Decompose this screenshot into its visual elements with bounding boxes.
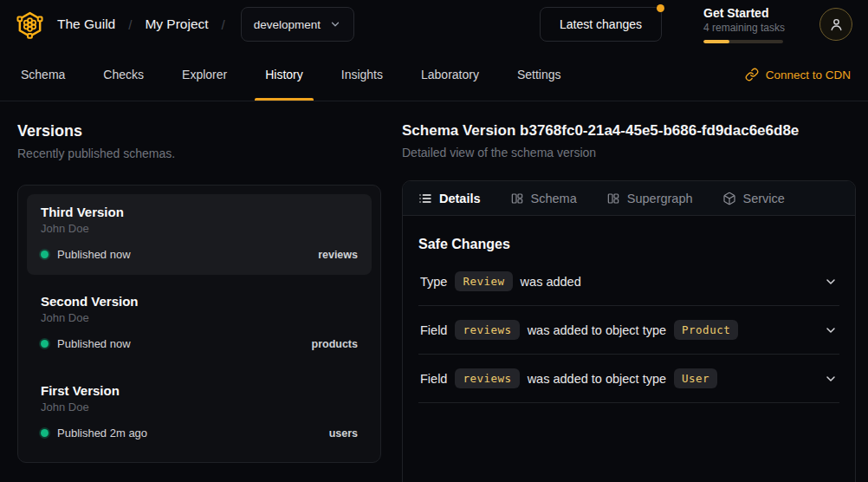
version-name: First Version bbox=[41, 383, 358, 398]
guild-logo-icon[interactable] bbox=[16, 10, 44, 39]
change-code-badge: reviews bbox=[455, 320, 519, 340]
target-selector-value: development bbox=[254, 18, 321, 31]
expand-chevron-icon[interactable] bbox=[824, 275, 838, 289]
tab-schema[interactable]: Schema bbox=[17, 49, 68, 101]
version-service: reviews bbox=[318, 249, 358, 261]
user-avatar-button[interactable] bbox=[819, 8, 852, 41]
change-prefix: Type bbox=[420, 275, 447, 289]
version-meta: Published 2m ago users bbox=[41, 427, 358, 440]
tab-explorer[interactable]: Explorer bbox=[178, 49, 230, 101]
version-name: Second Version bbox=[41, 294, 358, 309]
detail-tab-label: Schema bbox=[531, 192, 577, 205]
detail-tab-supergraph[interactable]: Supergraph bbox=[606, 192, 693, 205]
change-code-badge: Review bbox=[455, 271, 512, 291]
target-selector-dropdown[interactable]: development bbox=[241, 7, 354, 42]
version-name: Third Version bbox=[41, 205, 358, 219]
version-meta: Published now products bbox=[41, 337, 358, 350]
connect-to-cdn-label: Connect to CDN bbox=[766, 68, 851, 81]
get-started-progressbar bbox=[703, 40, 783, 43]
detail-tabs: Details Schema Supergraph bbox=[403, 181, 855, 216]
change-row[interactable]: Type Review was added bbox=[418, 257, 839, 306]
main-content: Versions Recently published schemas. Thi… bbox=[0, 101, 868, 482]
breadcrumb-project[interactable]: My Project bbox=[145, 16, 208, 32]
version-author: John Doe bbox=[41, 222, 358, 235]
version-author: John Doe bbox=[41, 401, 358, 414]
breadcrumb-separator: / bbox=[222, 17, 225, 32]
tab-settings[interactable]: Settings bbox=[514, 49, 565, 101]
detail-tab-label: Service bbox=[743, 192, 785, 205]
latest-changes-button[interactable]: Latest changes bbox=[540, 7, 662, 42]
get-started-widget[interactable]: Get Started 4 remaining tasks bbox=[703, 6, 783, 43]
project-nav: Schema Checks Explorer History Insights … bbox=[0, 49, 868, 101]
version-meta: Published now reviews bbox=[41, 248, 358, 261]
version-item-first[interactable]: First Version John Doe Published 2m ago … bbox=[27, 373, 372, 453]
top-header: The Guild / My Project / development Lat… bbox=[0, 0, 868, 49]
change-middle: was added bbox=[521, 275, 581, 289]
detail-body: Safe Changes Type Review was added Field… bbox=[403, 216, 855, 403]
published-status-icon bbox=[41, 340, 49, 348]
change-row[interactable]: Field reviews was added to object type U… bbox=[418, 355, 839, 403]
versions-title: Versions bbox=[17, 122, 381, 140]
link-icon bbox=[745, 68, 759, 81]
schema-version-title: Schema Version b3768fc0-21a4-45e5-b686-f… bbox=[402, 122, 856, 140]
published-status-icon bbox=[41, 251, 49, 258]
change-type-badge: User bbox=[674, 368, 717, 388]
expand-chevron-icon[interactable] bbox=[824, 372, 838, 386]
change-type-badge: Product bbox=[674, 320, 738, 340]
detail-tab-label: Details bbox=[439, 192, 481, 205]
versions-column: Versions Recently published schemas. Thi… bbox=[17, 122, 381, 482]
version-service: products bbox=[312, 338, 358, 350]
breadcrumb-org[interactable]: The Guild bbox=[57, 16, 115, 32]
schema-version-column: Schema Version b3768fc0-21a4-45e5-b686-f… bbox=[402, 122, 856, 482]
published-status-icon bbox=[41, 429, 49, 437]
change-prefix: Field bbox=[420, 372, 447, 386]
latest-changes-label: Latest changes bbox=[560, 17, 642, 31]
version-status: Published 2m ago bbox=[57, 427, 147, 440]
versions-subtitle: Recently published schemas. bbox=[17, 147, 381, 160]
change-code-badge: reviews bbox=[455, 368, 519, 388]
cube-icon bbox=[722, 192, 736, 205]
version-item-second[interactable]: Second Version John Doe Published now pr… bbox=[27, 283, 372, 364]
columns-icon bbox=[606, 192, 620, 205]
change-middle: was added to object type bbox=[528, 323, 666, 337]
versions-list: Third Version John Doe Published now rev… bbox=[17, 185, 381, 463]
tab-laboratory[interactable]: Laboratory bbox=[418, 49, 483, 101]
user-icon bbox=[828, 16, 845, 33]
expand-chevron-icon[interactable] bbox=[824, 323, 838, 337]
version-service: users bbox=[329, 427, 358, 440]
get-started-title: Get Started bbox=[703, 6, 783, 20]
get-started-subtitle: 4 remaining tasks bbox=[703, 22, 783, 34]
tab-insights[interactable]: Insights bbox=[338, 49, 386, 101]
safe-changes-title: Safe Changes bbox=[418, 237, 839, 252]
detail-tab-service[interactable]: Service bbox=[722, 192, 785, 205]
change-middle: was added to object type bbox=[528, 372, 666, 386]
nav-tabs: Schema Checks Explorer History Insights … bbox=[17, 49, 565, 101]
version-item-third[interactable]: Third Version John Doe Published now rev… bbox=[27, 194, 372, 275]
change-row[interactable]: Field reviews was added to object type P… bbox=[418, 306, 839, 355]
version-status: Published now bbox=[57, 337, 131, 350]
schema-version-subtitle: Detailed view of the schema version bbox=[402, 146, 856, 160]
detail-tab-details[interactable]: Details bbox=[418, 192, 481, 205]
schema-version-detail-card: Details Schema Supergraph bbox=[402, 180, 856, 482]
get-started-progress-fill bbox=[703, 40, 729, 43]
columns-icon bbox=[510, 192, 524, 205]
version-status: Published now bbox=[57, 248, 131, 261]
change-prefix: Field bbox=[420, 323, 447, 337]
notification-dot bbox=[657, 4, 664, 12]
chevron-down-icon bbox=[329, 18, 341, 30]
tab-history[interactable]: History bbox=[262, 49, 307, 101]
tab-checks[interactable]: Checks bbox=[100, 49, 147, 101]
detail-tab-label: Supergraph bbox=[627, 192, 693, 205]
detail-tab-schema[interactable]: Schema bbox=[510, 192, 577, 205]
connect-to-cdn-link[interactable]: Connect to CDN bbox=[745, 49, 851, 101]
list-icon bbox=[418, 192, 432, 205]
version-author: John Doe bbox=[41, 311, 358, 324]
breadcrumb-separator: / bbox=[128, 17, 132, 32]
